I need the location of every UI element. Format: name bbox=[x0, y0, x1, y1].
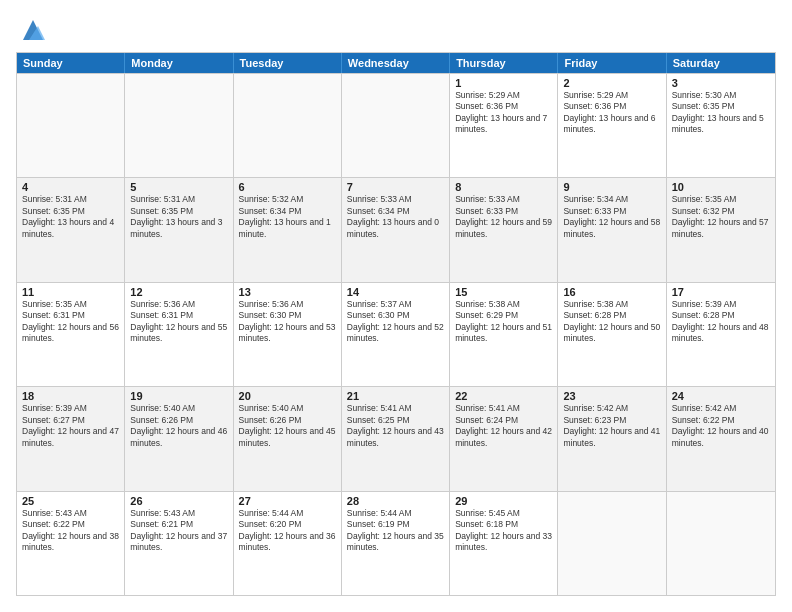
day-info: Sunrise: 5:43 AMSunset: 6:22 PMDaylight:… bbox=[22, 508, 119, 554]
cal-cell: 14Sunrise: 5:37 AMSunset: 6:30 PMDayligh… bbox=[342, 283, 450, 386]
day-info: Sunrise: 5:39 AMSunset: 6:28 PMDaylight:… bbox=[672, 299, 770, 345]
day-number: 11 bbox=[22, 286, 119, 298]
cal-cell: 16Sunrise: 5:38 AMSunset: 6:28 PMDayligh… bbox=[558, 283, 666, 386]
cal-cell bbox=[558, 492, 666, 595]
cal-row-3: 18Sunrise: 5:39 AMSunset: 6:27 PMDayligh… bbox=[17, 386, 775, 490]
day-number: 25 bbox=[22, 495, 119, 507]
day-number: 4 bbox=[22, 181, 119, 193]
day-number: 15 bbox=[455, 286, 552, 298]
day-number: 12 bbox=[130, 286, 227, 298]
day-info: Sunrise: 5:33 AMSunset: 6:34 PMDaylight:… bbox=[347, 194, 444, 240]
cal-cell bbox=[125, 74, 233, 177]
day-number: 2 bbox=[563, 77, 660, 89]
cal-row-4: 25Sunrise: 5:43 AMSunset: 6:22 PMDayligh… bbox=[17, 491, 775, 595]
cal-cell: 20Sunrise: 5:40 AMSunset: 6:26 PMDayligh… bbox=[234, 387, 342, 490]
day-number: 9 bbox=[563, 181, 660, 193]
day-number: 28 bbox=[347, 495, 444, 507]
cal-cell: 7Sunrise: 5:33 AMSunset: 6:34 PMDaylight… bbox=[342, 178, 450, 281]
cal-cell bbox=[667, 492, 775, 595]
cal-header-cell-saturday: Saturday bbox=[667, 53, 775, 73]
cal-cell: 28Sunrise: 5:44 AMSunset: 6:19 PMDayligh… bbox=[342, 492, 450, 595]
cal-cell: 25Sunrise: 5:43 AMSunset: 6:22 PMDayligh… bbox=[17, 492, 125, 595]
cal-cell: 4Sunrise: 5:31 AMSunset: 6:35 PMDaylight… bbox=[17, 178, 125, 281]
day-info: Sunrise: 5:38 AMSunset: 6:29 PMDaylight:… bbox=[455, 299, 552, 345]
header bbox=[16, 16, 776, 44]
cal-cell: 17Sunrise: 5:39 AMSunset: 6:28 PMDayligh… bbox=[667, 283, 775, 386]
day-number: 21 bbox=[347, 390, 444, 402]
day-info: Sunrise: 5:41 AMSunset: 6:24 PMDaylight:… bbox=[455, 403, 552, 449]
day-number: 8 bbox=[455, 181, 552, 193]
day-number: 17 bbox=[672, 286, 770, 298]
day-number: 7 bbox=[347, 181, 444, 193]
day-number: 27 bbox=[239, 495, 336, 507]
cal-header-cell-monday: Monday bbox=[125, 53, 233, 73]
day-info: Sunrise: 5:37 AMSunset: 6:30 PMDaylight:… bbox=[347, 299, 444, 345]
day-info: Sunrise: 5:42 AMSunset: 6:23 PMDaylight:… bbox=[563, 403, 660, 449]
day-info: Sunrise: 5:40 AMSunset: 6:26 PMDaylight:… bbox=[130, 403, 227, 449]
calendar: SundayMondayTuesdayWednesdayThursdayFrid… bbox=[16, 52, 776, 596]
cal-cell: 18Sunrise: 5:39 AMSunset: 6:27 PMDayligh… bbox=[17, 387, 125, 490]
day-number: 23 bbox=[563, 390, 660, 402]
cal-cell: 26Sunrise: 5:43 AMSunset: 6:21 PMDayligh… bbox=[125, 492, 233, 595]
cal-cell: 3Sunrise: 5:30 AMSunset: 6:35 PMDaylight… bbox=[667, 74, 775, 177]
cal-header-cell-tuesday: Tuesday bbox=[234, 53, 342, 73]
cal-cell: 21Sunrise: 5:41 AMSunset: 6:25 PMDayligh… bbox=[342, 387, 450, 490]
day-number: 3 bbox=[672, 77, 770, 89]
day-info: Sunrise: 5:42 AMSunset: 6:22 PMDaylight:… bbox=[672, 403, 770, 449]
day-number: 18 bbox=[22, 390, 119, 402]
day-info: Sunrise: 5:44 AMSunset: 6:20 PMDaylight:… bbox=[239, 508, 336, 554]
cal-cell: 9Sunrise: 5:34 AMSunset: 6:33 PMDaylight… bbox=[558, 178, 666, 281]
cal-cell bbox=[17, 74, 125, 177]
day-info: Sunrise: 5:45 AMSunset: 6:18 PMDaylight:… bbox=[455, 508, 552, 554]
cal-row-2: 11Sunrise: 5:35 AMSunset: 6:31 PMDayligh… bbox=[17, 282, 775, 386]
cal-cell: 13Sunrise: 5:36 AMSunset: 6:30 PMDayligh… bbox=[234, 283, 342, 386]
day-number: 26 bbox=[130, 495, 227, 507]
day-info: Sunrise: 5:39 AMSunset: 6:27 PMDaylight:… bbox=[22, 403, 119, 449]
day-number: 13 bbox=[239, 286, 336, 298]
day-info: Sunrise: 5:40 AMSunset: 6:26 PMDaylight:… bbox=[239, 403, 336, 449]
day-info: Sunrise: 5:32 AMSunset: 6:34 PMDaylight:… bbox=[239, 194, 336, 240]
cal-cell: 29Sunrise: 5:45 AMSunset: 6:18 PMDayligh… bbox=[450, 492, 558, 595]
cal-header-cell-wednesday: Wednesday bbox=[342, 53, 450, 73]
day-number: 22 bbox=[455, 390, 552, 402]
day-info: Sunrise: 5:33 AMSunset: 6:33 PMDaylight:… bbox=[455, 194, 552, 240]
day-number: 20 bbox=[239, 390, 336, 402]
day-number: 24 bbox=[672, 390, 770, 402]
day-number: 1 bbox=[455, 77, 552, 89]
day-info: Sunrise: 5:31 AMSunset: 6:35 PMDaylight:… bbox=[22, 194, 119, 240]
cal-cell: 23Sunrise: 5:42 AMSunset: 6:23 PMDayligh… bbox=[558, 387, 666, 490]
calendar-header-row: SundayMondayTuesdayWednesdayThursdayFrid… bbox=[17, 53, 775, 73]
cal-cell: 8Sunrise: 5:33 AMSunset: 6:33 PMDaylight… bbox=[450, 178, 558, 281]
cal-cell: 15Sunrise: 5:38 AMSunset: 6:29 PMDayligh… bbox=[450, 283, 558, 386]
day-info: Sunrise: 5:36 AMSunset: 6:30 PMDaylight:… bbox=[239, 299, 336, 345]
cal-cell: 11Sunrise: 5:35 AMSunset: 6:31 PMDayligh… bbox=[17, 283, 125, 386]
page: SundayMondayTuesdayWednesdayThursdayFrid… bbox=[0, 0, 792, 612]
day-info: Sunrise: 5:43 AMSunset: 6:21 PMDaylight:… bbox=[130, 508, 227, 554]
day-number: 10 bbox=[672, 181, 770, 193]
cal-cell: 1Sunrise: 5:29 AMSunset: 6:36 PMDaylight… bbox=[450, 74, 558, 177]
cal-cell: 5Sunrise: 5:31 AMSunset: 6:35 PMDaylight… bbox=[125, 178, 233, 281]
cal-header-cell-sunday: Sunday bbox=[17, 53, 125, 73]
day-info: Sunrise: 5:35 AMSunset: 6:31 PMDaylight:… bbox=[22, 299, 119, 345]
day-number: 14 bbox=[347, 286, 444, 298]
day-info: Sunrise: 5:29 AMSunset: 6:36 PMDaylight:… bbox=[563, 90, 660, 136]
cal-cell: 24Sunrise: 5:42 AMSunset: 6:22 PMDayligh… bbox=[667, 387, 775, 490]
cal-header-cell-thursday: Thursday bbox=[450, 53, 558, 73]
day-info: Sunrise: 5:30 AMSunset: 6:35 PMDaylight:… bbox=[672, 90, 770, 136]
day-info: Sunrise: 5:34 AMSunset: 6:33 PMDaylight:… bbox=[563, 194, 660, 240]
cal-cell bbox=[234, 74, 342, 177]
logo-icon bbox=[19, 16, 47, 44]
day-number: 19 bbox=[130, 390, 227, 402]
day-info: Sunrise: 5:44 AMSunset: 6:19 PMDaylight:… bbox=[347, 508, 444, 554]
day-info: Sunrise: 5:41 AMSunset: 6:25 PMDaylight:… bbox=[347, 403, 444, 449]
cal-cell bbox=[342, 74, 450, 177]
day-info: Sunrise: 5:29 AMSunset: 6:36 PMDaylight:… bbox=[455, 90, 552, 136]
cal-cell: 6Sunrise: 5:32 AMSunset: 6:34 PMDaylight… bbox=[234, 178, 342, 281]
day-info: Sunrise: 5:31 AMSunset: 6:35 PMDaylight:… bbox=[130, 194, 227, 240]
day-number: 16 bbox=[563, 286, 660, 298]
day-info: Sunrise: 5:35 AMSunset: 6:32 PMDaylight:… bbox=[672, 194, 770, 240]
day-info: Sunrise: 5:36 AMSunset: 6:31 PMDaylight:… bbox=[130, 299, 227, 345]
cal-header-cell-friday: Friday bbox=[558, 53, 666, 73]
day-info: Sunrise: 5:38 AMSunset: 6:28 PMDaylight:… bbox=[563, 299, 660, 345]
day-number: 6 bbox=[239, 181, 336, 193]
